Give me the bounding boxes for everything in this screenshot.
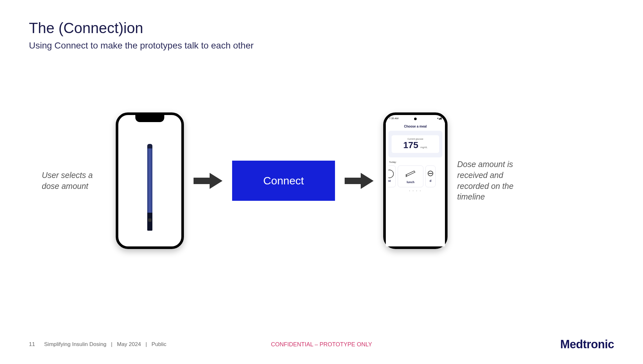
meal-card: lunch (398, 165, 423, 187)
confidential-notice: CONFIDENTIAL – PROTOTYPE ONLY (271, 341, 372, 348)
doc-title: Simplifying Insulin Dosing (44, 341, 106, 347)
doc-visibility: Public (151, 341, 166, 347)
meal-icon: ⊖ (427, 169, 434, 177)
status-icons: ▾◢▮ (437, 117, 442, 120)
meal-carousel: ◯ st lunch ⊖ d (388, 165, 442, 187)
phone-mockup-right: 7:35 AM ▾◢▮ Choose a meal Current glucos… (383, 112, 448, 249)
meal-label: st (388, 179, 394, 182)
app-screen: Choose a meal Current glucose 175 mg/dL … (386, 123, 445, 246)
phone-notch (135, 115, 164, 122)
glucose-card: Current glucose 175 mg/dL (388, 131, 442, 157)
svg-marker-1 (345, 173, 374, 189)
meal-label: d (427, 179, 434, 182)
svg-marker-0 (194, 173, 222, 189)
meal-icon: ◯ (388, 169, 394, 177)
footer-meta: 11 Simplifying Insulin Dosing | May 2024… (29, 341, 166, 348)
flow-diagram: User selects a dose amount Connect 7:35 … (42, 112, 601, 249)
arrow-right-icon (345, 173, 374, 189)
arrow-right-icon (194, 173, 222, 189)
meal-card: ⊖ d (425, 165, 436, 187)
glucose-label: Current glucose (394, 138, 437, 140)
doc-date: May 2024 (117, 341, 141, 347)
today-label: Today: (389, 161, 442, 164)
carousel-dots: • • • • (388, 189, 442, 192)
glucose-value: 175 (403, 140, 418, 150)
phone-mockup-left (116, 112, 184, 249)
slide-subtitle: Using Connect to make the prototypes tal… (29, 40, 614, 51)
phone-status-bar: 7:35 AM ▾◢▮ (389, 117, 442, 120)
left-caption: User selects a dose amount (42, 170, 106, 192)
page-number: 11 (29, 341, 35, 347)
meal-label: lunch (399, 181, 422, 184)
slide-title: The (Connect)ion (29, 19, 614, 37)
glucose-unit: mg/dL (420, 146, 427, 149)
app-screen-title: Choose a meal (388, 125, 442, 128)
status-time: 7:35 AM (389, 117, 398, 120)
connect-node: Connect (232, 161, 335, 201)
brand-logo: Medtronic (560, 338, 614, 351)
slide-footer: 11 Simplifying Insulin Dosing | May 2024… (29, 338, 614, 351)
insulin-pen-icon (147, 144, 152, 231)
slide: The (Connect)ion Using Connect to make t… (0, 0, 643, 364)
sandwich-icon (399, 169, 422, 179)
meal-card: ◯ st (388, 165, 396, 187)
right-caption: Dose amount is received and recorded on … (457, 159, 528, 202)
